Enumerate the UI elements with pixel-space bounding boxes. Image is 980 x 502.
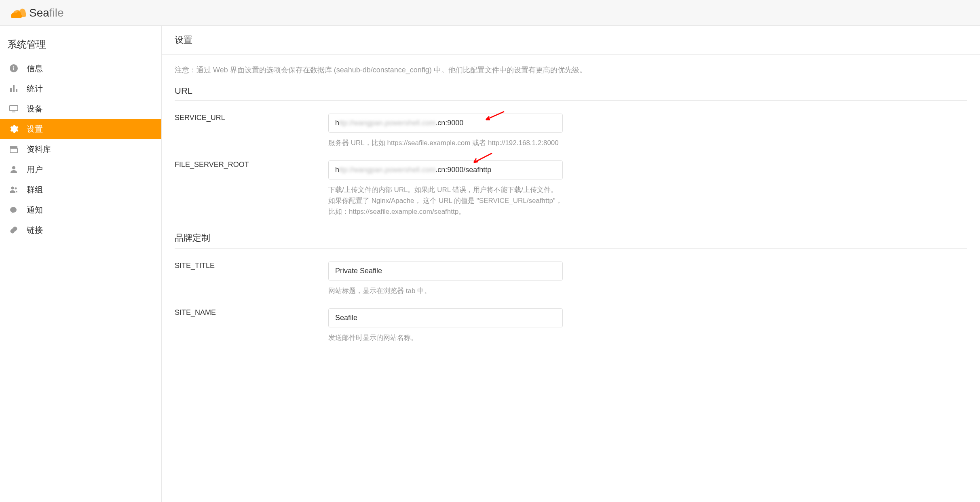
sidebar-item-user[interactable]: 用户 (0, 159, 161, 179)
svg-rect-8 (10, 149, 17, 153)
sidebar-item-label: 统计 (27, 83, 43, 94)
sidebar-item-label: 群组 (27, 184, 43, 195)
sidebar-item-stats[interactable]: 统计 (0, 78, 161, 99)
svg-rect-7 (10, 146, 17, 148)
svg-point-11 (15, 188, 17, 190)
file-server-root-input[interactable] (328, 160, 563, 179)
logo-text: Seafile (29, 6, 64, 19)
section-title-url: URL (175, 86, 967, 101)
setting-row-site-title: SITE_TITLE 网站标题，显示在浏览器 tab 中。 (175, 252, 967, 299)
sidebar-item-label: 资料库 (27, 144, 51, 155)
sidebar-item-label: 设备 (27, 103, 43, 114)
main-content: 设置 注意：通过 Web 界面设置的选项会保存在数据库 (seahub-db/c… (162, 26, 980, 502)
sidebar-item-label: 用户 (27, 164, 43, 175)
sidebar-item-settings[interactable]: 设置 (0, 119, 161, 139)
device-icon (8, 103, 19, 114)
setting-label: FILE_SERVER_ROOT (175, 160, 312, 217)
setting-label: SERVICE_URL (175, 114, 312, 148)
info-icon: i (8, 63, 19, 74)
setting-help: 服务器 URL，比如 https://seafile.example.com 或… (328, 137, 563, 148)
page-title: 设置 (162, 26, 980, 55)
site-name-input[interactable] (328, 308, 563, 327)
section-title-branding: 品牌定制 (175, 232, 967, 249)
svg-rect-3 (13, 85, 15, 92)
sidebar-item-label: 设置 (27, 124, 43, 135)
sidebar-item-label: 信息 (27, 63, 43, 74)
user-icon (8, 164, 19, 175)
sidebar-title: 系统管理 (0, 32, 161, 58)
svg-point-9 (12, 166, 15, 169)
sidebar: 系统管理 i 信息 统计 设备 设置 (0, 26, 162, 502)
setting-row-file-server-root: FILE_SERVER_ROOT http://wangpan.powershe… (175, 151, 967, 220)
logo[interactable]: Seafile (10, 5, 64, 21)
sidebar-item-link[interactable]: 链接 (0, 220, 161, 240)
svg-rect-4 (16, 89, 17, 92)
service-url-input[interactable] (328, 114, 563, 133)
library-icon (8, 143, 19, 155)
sidebar-item-label: 通知 (27, 205, 43, 215)
setting-row-service-url: SERVICE_URL http://wangpan.powershell.co… (175, 104, 967, 151)
seafile-logo-icon (10, 5, 26, 21)
header: Seafile (0, 0, 980, 26)
setting-help: 网站标题，显示在浏览器 tab 中。 (328, 285, 563, 296)
site-title-input[interactable] (328, 262, 563, 281)
notification-icon (8, 204, 19, 215)
group-icon (8, 184, 19, 195)
svg-point-12 (10, 207, 17, 213)
setting-help: 发送邮件时显示的网站名称。 (328, 332, 563, 343)
sidebar-item-label: 链接 (27, 225, 43, 236)
settings-notice: 注意：通过 Web 界面设置的选项会保存在数据库 (seahub-db/cons… (175, 64, 967, 76)
svg-rect-2 (10, 88, 12, 92)
stats-icon (8, 83, 19, 94)
setting-row-site-name: SITE_NAME 发送邮件时显示的网站名称。 (175, 299, 967, 346)
svg-text:i: i (13, 65, 15, 72)
gear-icon (8, 123, 19, 135)
setting-help: 下载/上传文件的内部 URL。如果此 URL 错误，用户将不能下载/上传文件。如… (328, 184, 563, 217)
sidebar-item-info[interactable]: i 信息 (0, 58, 161, 78)
sidebar-item-device[interactable]: 设备 (0, 99, 161, 119)
setting-label: SITE_NAME (175, 308, 312, 343)
sidebar-item-library[interactable]: 资料库 (0, 139, 161, 159)
svg-rect-6 (12, 112, 15, 112)
sidebar-item-notification[interactable]: 通知 (0, 200, 161, 220)
svg-rect-5 (10, 105, 18, 111)
sidebar-item-group[interactable]: 群组 (0, 179, 161, 200)
setting-label: SITE_TITLE (175, 262, 312, 296)
link-icon (8, 224, 19, 236)
svg-point-10 (11, 187, 14, 190)
